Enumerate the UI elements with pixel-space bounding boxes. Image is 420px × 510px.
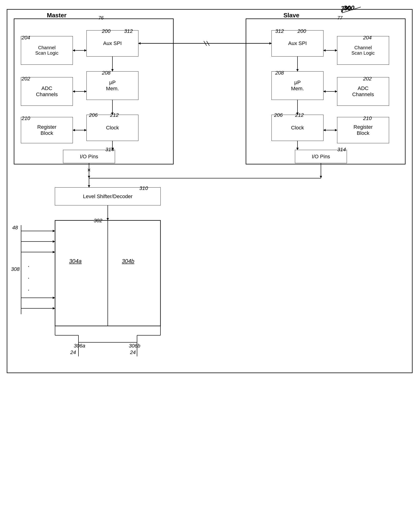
ref-300: 300 [341, 5, 351, 12]
ref-24-left: 24 [70, 349, 76, 355]
label-304a: 304a [69, 258, 82, 264]
svg-marker-38 [320, 176, 322, 178]
ref-48: 48 [12, 225, 18, 231]
ref-206-master: 206 [89, 112, 98, 118]
svg-marker-50 [53, 240, 55, 243]
slave-aux-spi: Aux SPI [272, 31, 323, 56]
svg-marker-48 [53, 230, 55, 232]
svg-marker-84 [138, 42, 141, 45]
ref-210-slave: 210 [363, 115, 372, 122]
master-up-mem: μP Mem. [87, 71, 138, 100]
ref-306a: 306a [74, 343, 85, 349]
svg-marker-20 [73, 49, 75, 52]
ref-212-slave: 212 [295, 112, 304, 118]
svg-marker-25 [84, 129, 87, 131]
svg-marker-52 [53, 251, 55, 253]
svg-marker-34 [88, 176, 90, 178]
ref-208-slave: 208 [275, 70, 284, 76]
slave-title: Slave [284, 12, 299, 19]
master-aux-spi: Aux SPI [87, 31, 138, 56]
svg-marker-56 [53, 307, 55, 309]
slave-ref: 77 [337, 15, 343, 21]
ref-310: 310 [139, 185, 148, 191]
svg-marker-23 [73, 90, 75, 93]
svg-marker-22 [84, 90, 87, 93]
svg-marker-69 [323, 49, 326, 52]
ref-200-master: 200 [102, 28, 111, 34]
svg-marker-72 [323, 90, 326, 93]
label-304b: 304b [122, 258, 134, 264]
ref-308: 308 [11, 266, 20, 272]
master-title: Master [47, 12, 67, 19]
svg-marker-78 [296, 69, 299, 71]
ellipsis-dots: ··· [28, 260, 30, 296]
svg-marker-19 [84, 49, 87, 52]
svg-marker-85 [269, 42, 272, 45]
ref-206-slave: 206 [274, 112, 283, 118]
ref-314-slave: 314 [337, 147, 346, 153]
master-clock: Clock [87, 115, 138, 141]
ref-204-master-csl: 204 [22, 35, 30, 41]
ref-202-slave-adc: 202 [363, 76, 372, 82]
slave-clock: Clock [272, 115, 323, 141]
svg-marker-28 [111, 69, 114, 71]
ref-314-master: 314 [105, 147, 114, 153]
ref-208-master: 208 [102, 70, 111, 76]
master-ref: 76 [98, 15, 104, 21]
svg-marker-44 [107, 218, 109, 220]
svg-marker-26 [73, 129, 75, 131]
svg-marker-54 [53, 297, 55, 299]
svg-marker-70 [335, 49, 337, 52]
ref-202-master-adc: 202 [22, 76, 30, 82]
svg-marker-75 [323, 129, 326, 131]
svg-marker-76 [335, 129, 337, 131]
svg-marker-41 [88, 185, 90, 188]
ref-210-master: 210 [22, 115, 30, 122]
ref-302: 302 [94, 218, 102, 224]
ref-212-master: 212 [110, 112, 119, 118]
ref-312-master: 312 [124, 28, 133, 34]
diagram: 300 [0, 0, 420, 510]
ref-204-slave-csl: 204 [363, 35, 372, 41]
ref-200-slave: 200 [298, 28, 306, 34]
svg-marker-73 [335, 90, 337, 93]
ref-306b: 306b [129, 343, 140, 349]
svg-marker-82 [296, 148, 299, 150]
ref-24-right: 24 [130, 349, 136, 355]
diagram-svg [0, 0, 420, 510]
ref-312-slave: 312 [275, 28, 284, 34]
